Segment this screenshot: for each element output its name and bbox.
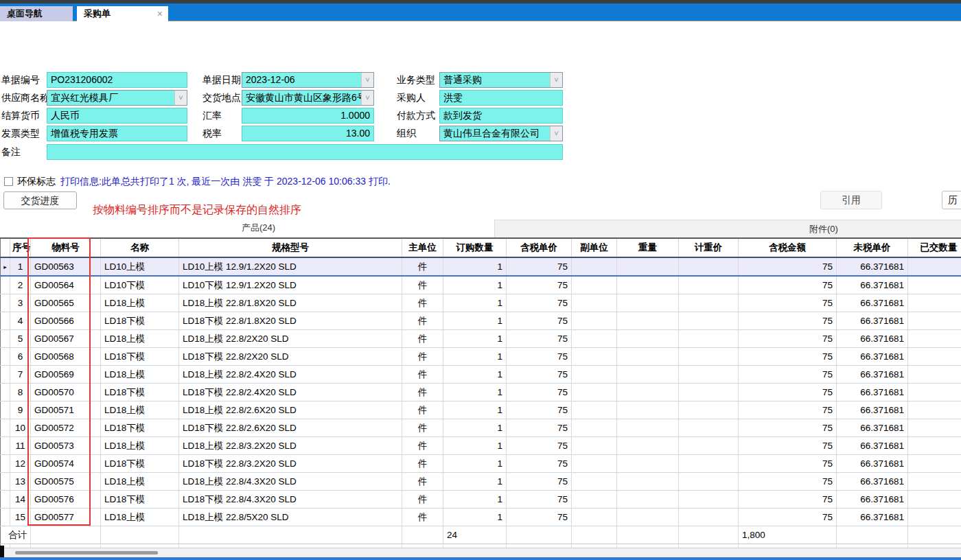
- chevron-down-icon[interactable]: ˅: [550, 126, 562, 141]
- table-row[interactable]: 3GD00565LD18上模LD18上模 22.8/1.8X20 SLD件175…: [1, 294, 961, 312]
- cell: [572, 401, 617, 419]
- invoice-type-field[interactable]: 增值税专用发票: [47, 126, 187, 141]
- cell: 66.371681: [837, 257, 908, 276]
- table-row[interactable]: 14GD00576LD18下模LD18下模 22.8/4.3X20 SLD件17…: [1, 491, 961, 509]
- purchase-order-window: 桌面导航 采购单 × 单据编号 PO231206002 供应商名称 宜兴红光模具…: [0, 0, 961, 560]
- cell: [617, 348, 679, 366]
- eco-label-checkbox[interactable]: [4, 177, 13, 186]
- reference-button[interactable]: 引用: [820, 191, 882, 209]
- cell: [679, 276, 739, 294]
- row-selector[interactable]: [1, 330, 10, 348]
- table-row[interactable]: ▸1GD00563LD10上模LD10上模 12.9/1.2X20 SLD件17…: [1, 257, 961, 276]
- column-header[interactable]: 计重价: [679, 238, 739, 257]
- column-header[interactable]: 规格型号: [179, 238, 402, 257]
- chevron-down-icon[interactable]: ˅: [550, 73, 562, 87]
- cell: GD00573: [31, 437, 101, 455]
- row-selector[interactable]: [1, 348, 10, 366]
- table-row[interactable]: 6GD00568LD18下模LD18下模 22.8/2X20 SLD件17575…: [1, 348, 961, 366]
- table-row[interactable]: 12GD00574LD18下模LD18下模 22.8/3.2X20 SLD件17…: [1, 455, 961, 473]
- cell: 1: [443, 384, 507, 401]
- cell: [617, 384, 679, 401]
- horizontal-scrollbar-thumb[interactable]: [15, 551, 158, 555]
- cell: [572, 312, 617, 330]
- history-button[interactable]: 历: [942, 191, 961, 209]
- table-row[interactable]: 9GD00571LD18上模LD18上模 22.8/2.6X20 SLD件175…: [1, 401, 961, 419]
- row-selector[interactable]: [1, 419, 10, 437]
- chevron-down-icon[interactable]: ˅: [174, 91, 187, 105]
- payment-method-field[interactable]: 款到发货: [439, 108, 563, 124]
- row-selector[interactable]: [1, 473, 10, 491]
- column-header[interactable]: 未税单价: [837, 238, 908, 257]
- row-selector[interactable]: [1, 455, 10, 473]
- column-header[interactable]: 已交数量: [908, 238, 961, 257]
- row-selector-arrow[interactable]: ▸: [1, 257, 10, 276]
- tab-desktop-nav[interactable]: 桌面导航: [0, 6, 73, 21]
- cell: 件: [402, 312, 443, 330]
- chevron-down-icon[interactable]: ˅: [361, 91, 373, 105]
- column-header[interactable]: 订购数量: [443, 238, 507, 257]
- table-row[interactable]: 15GD00577LD18上模LD18上模 22.8/5X20 SLD件1757…: [1, 509, 961, 526]
- cell: GD00570: [31, 384, 101, 401]
- row-selector[interactable]: [1, 366, 10, 384]
- business-type-combo[interactable]: 普通采购˅: [439, 72, 563, 88]
- organization-combo[interactable]: 黄山伟旦合金有限公司˅: [439, 126, 563, 141]
- table-row[interactable]: 13GD00575LD18上模LD18上模 22.8/4.3X20 SLD件17…: [1, 473, 961, 491]
- table-row[interactable]: 2GD00564LD10下模LD10下模 12.9/1.2X20 SLD件175…: [1, 276, 961, 294]
- row-selector[interactable]: [1, 491, 10, 509]
- doc-date-combo[interactable]: 2023-12-06˅: [242, 72, 374, 88]
- table-row[interactable]: 10GD00572LD18下模LD18下模 22.8/2.6X20 SLD件17…: [1, 419, 961, 437]
- column-header[interactable]: 名称: [101, 238, 179, 257]
- chevron-down-icon[interactable]: ˅: [361, 73, 373, 87]
- cell: 件: [402, 401, 443, 419]
- cell: LD18上模 22.8/5X20 SLD: [179, 509, 402, 526]
- delivery-progress-button[interactable]: 交货进度: [3, 191, 77, 209]
- cell: [908, 257, 961, 276]
- remark-field[interactable]: [47, 144, 563, 160]
- exchange-rate-field[interactable]: 1.0000: [242, 108, 374, 124]
- table-row[interactable]: 7GD00569LD18上模LD18上模 22.8/2.4X20 SLD件175…: [1, 366, 961, 384]
- tax-rate-field[interactable]: 13.00: [242, 126, 374, 141]
- cell: [679, 384, 739, 401]
- row-selector[interactable]: [1, 401, 10, 419]
- doc-no-field[interactable]: PO231206002: [47, 72, 187, 88]
- row-selector[interactable]: [1, 312, 10, 330]
- doc-no-value: PO231206002: [51, 74, 113, 85]
- cell: [679, 473, 739, 491]
- cell: 66.371681: [837, 437, 908, 455]
- cell: [617, 294, 679, 312]
- cell: 件: [402, 491, 443, 509]
- cell: 1: [443, 348, 507, 366]
- column-header[interactable]: 副单位: [572, 238, 617, 257]
- column-header[interactable]: 含税金额: [739, 238, 837, 257]
- cell: 75: [739, 419, 837, 437]
- purchaser-field[interactable]: 洪雯: [439, 90, 563, 106]
- table-row[interactable]: 8GD00570LD18下模LD18下模 22.8/2.4X20 SLD件175…: [1, 384, 961, 401]
- currency-field[interactable]: 人民币: [47, 108, 187, 124]
- table-row[interactable]: 11GD00573LD18上模LD18上模 22.8/3.2X20 SLD件17…: [1, 437, 961, 455]
- currency-value: 人民币: [51, 110, 80, 121]
- row-selector[interactable]: [1, 276, 10, 294]
- purchaser-label: 采购人: [397, 90, 426, 106]
- column-header[interactable]: 主单位: [402, 238, 443, 257]
- cell: 件: [402, 366, 443, 384]
- cell: [572, 276, 617, 294]
- column-header[interactable]: 重量: [617, 238, 679, 257]
- cell: 66.371681: [837, 366, 908, 384]
- delivery-place-combo[interactable]: 安徽黄山市黄山区象形路6号˅: [242, 90, 374, 106]
- cell: [617, 526, 679, 544]
- row-selector[interactable]: [1, 384, 10, 401]
- column-header[interactable]: 物料号: [31, 238, 101, 257]
- tab-products[interactable]: 产品(24): [0, 218, 494, 237]
- table-row[interactable]: 4GD00566LD18下模LD18下模 22.8/1.8X20 SLD件175…: [1, 312, 961, 330]
- row-selector[interactable]: [1, 509, 10, 526]
- column-header[interactable]: 含税单价: [507, 238, 572, 257]
- row-selector[interactable]: [1, 437, 10, 455]
- row-selector[interactable]: [1, 294, 10, 312]
- table-row[interactable]: 5GD00567LD18上模LD18上模 22.8/2X20 SLD件17575…: [1, 330, 961, 348]
- cell: 3: [10, 294, 31, 312]
- column-header[interactable]: 序号: [10, 238, 31, 257]
- supplier-combo[interactable]: 宜兴红光模具厂˅: [47, 90, 187, 106]
- tab-attachments[interactable]: 附件(0): [494, 220, 961, 237]
- tab-purchase-order[interactable]: 采购单 ×: [77, 6, 168, 21]
- close-icon[interactable]: ×: [157, 6, 163, 21]
